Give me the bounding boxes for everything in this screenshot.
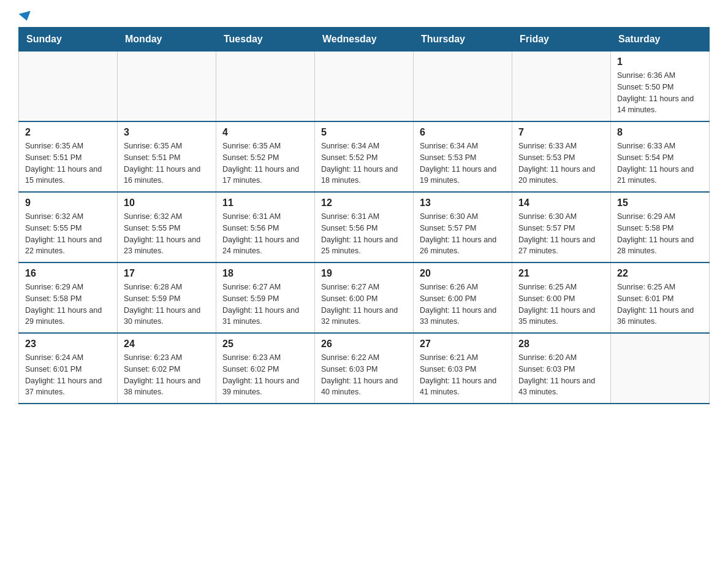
day-number: 10 — [124, 197, 210, 209]
calendar-cell: 20Sunrise: 6:26 AMSunset: 6:00 PMDayligh… — [414, 262, 512, 333]
day-info: Sunrise: 6:31 AMSunset: 5:56 PMDaylight:… — [222, 211, 308, 257]
calendar-cell — [414, 52, 512, 122]
day-number: 5 — [321, 127, 407, 138]
day-info: Sunrise: 6:21 AMSunset: 6:03 PMDaylight:… — [420, 352, 506, 398]
day-number: 19 — [321, 268, 407, 279]
calendar-week-1: 1Sunrise: 6:36 AMSunset: 5:50 PMDaylight… — [19, 52, 710, 122]
calendar-cell — [118, 52, 216, 122]
day-number: 27 — [420, 339, 506, 350]
day-number: 28 — [518, 339, 604, 350]
logo — [18, 12, 32, 21]
calendar-cell: 8Sunrise: 6:33 AMSunset: 5:54 PMDaylight… — [611, 121, 710, 192]
calendar-cell: 10Sunrise: 6:32 AMSunset: 5:55 PMDayligh… — [118, 192, 216, 262]
calendar-cell: 16Sunrise: 6:29 AMSunset: 5:58 PMDayligh… — [19, 262, 118, 333]
calendar-cell: 21Sunrise: 6:25 AMSunset: 6:00 PMDayligh… — [512, 262, 611, 333]
calendar-cell: 23Sunrise: 6:24 AMSunset: 6:01 PMDayligh… — [19, 333, 118, 404]
day-info: Sunrise: 6:34 AMSunset: 5:53 PMDaylight:… — [420, 140, 506, 186]
calendar-cell: 11Sunrise: 6:31 AMSunset: 5:56 PMDayligh… — [216, 192, 315, 262]
calendar-cell: 1Sunrise: 6:36 AMSunset: 5:50 PMDaylight… — [611, 52, 710, 122]
calendar-cell: 17Sunrise: 6:28 AMSunset: 5:59 PMDayligh… — [118, 262, 216, 333]
day-info: Sunrise: 6:33 AMSunset: 5:54 PMDaylight:… — [617, 140, 703, 186]
day-info: Sunrise: 6:27 AMSunset: 5:59 PMDaylight:… — [222, 282, 308, 327]
day-number: 9 — [25, 197, 111, 209]
calendar-cell — [216, 52, 315, 122]
day-header-sunday: Sunday — [19, 28, 118, 52]
day-info: Sunrise: 6:24 AMSunset: 6:01 PMDaylight:… — [25, 352, 111, 398]
day-info: Sunrise: 6:25 AMSunset: 6:00 PMDaylight:… — [518, 282, 604, 327]
logo-arrow-icon — [19, 11, 33, 23]
calendar-week-4: 16Sunrise: 6:29 AMSunset: 5:58 PMDayligh… — [19, 262, 710, 333]
day-info: Sunrise: 6:36 AMSunset: 5:50 PMDaylight:… — [617, 70, 703, 116]
calendar-cell: 24Sunrise: 6:23 AMSunset: 6:02 PMDayligh… — [118, 333, 216, 404]
calendar-header-row: SundayMondayTuesdayWednesdayThursdayFrid… — [19, 28, 710, 52]
day-header-thursday: Thursday — [414, 28, 512, 52]
calendar-cell: 15Sunrise: 6:29 AMSunset: 5:58 PMDayligh… — [611, 192, 710, 262]
day-info: Sunrise: 6:26 AMSunset: 6:00 PMDaylight:… — [420, 282, 506, 327]
day-header-tuesday: Tuesday — [216, 28, 315, 52]
calendar-cell: 6Sunrise: 6:34 AMSunset: 5:53 PMDaylight… — [414, 121, 512, 192]
calendar-cell — [315, 52, 414, 122]
calendar-cell — [611, 333, 710, 404]
day-info: Sunrise: 6:32 AMSunset: 5:55 PMDaylight:… — [25, 211, 111, 257]
day-number: 8 — [617, 127, 703, 138]
day-info: Sunrise: 6:30 AMSunset: 5:57 PMDaylight:… — [518, 211, 604, 257]
calendar-cell: 4Sunrise: 6:35 AMSunset: 5:52 PMDaylight… — [216, 121, 315, 192]
day-number: 18 — [222, 268, 308, 279]
day-number: 6 — [420, 127, 506, 138]
calendar-week-5: 23Sunrise: 6:24 AMSunset: 6:01 PMDayligh… — [19, 333, 710, 404]
calendar-week-2: 2Sunrise: 6:35 AMSunset: 5:51 PMDaylight… — [19, 121, 710, 192]
day-number: 17 — [124, 268, 210, 279]
day-number: 22 — [617, 268, 703, 279]
calendar-cell: 26Sunrise: 6:22 AMSunset: 6:03 PMDayligh… — [315, 333, 414, 404]
day-info: Sunrise: 6:22 AMSunset: 6:03 PMDaylight:… — [321, 352, 407, 398]
day-info: Sunrise: 6:23 AMSunset: 6:02 PMDaylight:… — [222, 352, 308, 398]
calendar-cell: 14Sunrise: 6:30 AMSunset: 5:57 PMDayligh… — [512, 192, 611, 262]
day-number: 23 — [25, 339, 111, 350]
day-info: Sunrise: 6:20 AMSunset: 6:03 PMDaylight:… — [518, 352, 604, 398]
calendar-cell: 12Sunrise: 6:31 AMSunset: 5:56 PMDayligh… — [315, 192, 414, 262]
day-info: Sunrise: 6:35 AMSunset: 5:51 PMDaylight:… — [25, 140, 111, 186]
calendar-cell: 2Sunrise: 6:35 AMSunset: 5:51 PMDaylight… — [19, 121, 118, 192]
page-header — [18, 12, 710, 21]
day-number: 26 — [321, 339, 407, 350]
calendar-cell: 3Sunrise: 6:35 AMSunset: 5:51 PMDaylight… — [118, 121, 216, 192]
day-header-wednesday: Wednesday — [315, 28, 414, 52]
day-number: 13 — [420, 197, 506, 209]
day-number: 3 — [124, 127, 210, 138]
calendar-cell: 7Sunrise: 6:33 AMSunset: 5:53 PMDaylight… — [512, 121, 611, 192]
day-info: Sunrise: 6:25 AMSunset: 6:01 PMDaylight:… — [617, 282, 703, 327]
calendar-cell: 5Sunrise: 6:34 AMSunset: 5:52 PMDaylight… — [315, 121, 414, 192]
day-header-friday: Friday — [512, 28, 611, 52]
day-number: 4 — [222, 127, 308, 138]
day-number: 24 — [124, 339, 210, 350]
day-info: Sunrise: 6:29 AMSunset: 5:58 PMDaylight:… — [617, 211, 703, 257]
calendar-cell: 28Sunrise: 6:20 AMSunset: 6:03 PMDayligh… — [512, 333, 611, 404]
day-info: Sunrise: 6:23 AMSunset: 6:02 PMDaylight:… — [124, 352, 210, 398]
day-number: 20 — [420, 268, 506, 279]
day-number: 12 — [321, 197, 407, 209]
day-number: 15 — [617, 197, 703, 209]
day-info: Sunrise: 6:34 AMSunset: 5:52 PMDaylight:… — [321, 140, 407, 186]
day-number: 7 — [518, 127, 604, 138]
day-number: 1 — [617, 56, 703, 67]
calendar-cell — [19, 52, 118, 122]
calendar-cell — [512, 52, 611, 122]
day-number: 21 — [518, 268, 604, 279]
calendar-cell: 27Sunrise: 6:21 AMSunset: 6:03 PMDayligh… — [414, 333, 512, 404]
calendar-cell: 13Sunrise: 6:30 AMSunset: 5:57 PMDayligh… — [414, 192, 512, 262]
day-number: 2 — [25, 127, 111, 138]
calendar-cell: 25Sunrise: 6:23 AMSunset: 6:02 PMDayligh… — [216, 333, 315, 404]
day-number: 11 — [222, 197, 308, 209]
day-info: Sunrise: 6:32 AMSunset: 5:55 PMDaylight:… — [124, 211, 210, 257]
day-info: Sunrise: 6:35 AMSunset: 5:51 PMDaylight:… — [124, 140, 210, 186]
day-number: 25 — [222, 339, 308, 350]
day-header-monday: Monday — [118, 28, 216, 52]
calendar-cell: 9Sunrise: 6:32 AMSunset: 5:55 PMDaylight… — [19, 192, 118, 262]
day-number: 16 — [25, 268, 111, 279]
calendar-table: SundayMondayTuesdayWednesdayThursdayFrid… — [18, 27, 710, 404]
day-info: Sunrise: 6:30 AMSunset: 5:57 PMDaylight:… — [420, 211, 506, 257]
day-number: 14 — [518, 197, 604, 209]
calendar-week-3: 9Sunrise: 6:32 AMSunset: 5:55 PMDaylight… — [19, 192, 710, 262]
calendar-cell: 19Sunrise: 6:27 AMSunset: 6:00 PMDayligh… — [315, 262, 414, 333]
day-info: Sunrise: 6:29 AMSunset: 5:58 PMDaylight:… — [25, 282, 111, 327]
